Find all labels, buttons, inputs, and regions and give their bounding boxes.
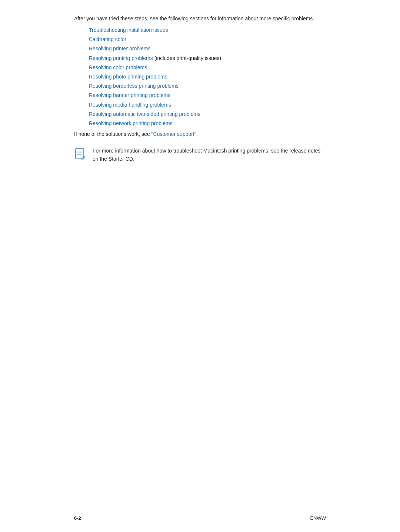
links-list: Troubleshooting installation issuesCalib… — [89, 26, 326, 128]
if-none-suffix: . — [196, 131, 198, 137]
link-resolving-banner[interactable]: Resolving banner printing problems — [89, 91, 326, 100]
link-resolving-network[interactable]: Resolving network printing problems — [89, 119, 326, 128]
link-resolving-automatic[interactable]: Resolving automatic two-sided printing p… — [89, 110, 326, 119]
link-resolving-borderless[interactable]: Resolving borderless printing problems — [89, 81, 326, 91]
link-resolving-printer[interactable]: Resolving printer problems — [89, 44, 326, 53]
link-resolving-photo[interactable]: Resolving photo printing problems — [89, 72, 326, 81]
note-icon — [74, 148, 87, 161]
customer-support-link[interactable]: "Customer support" — [151, 131, 196, 137]
note-text: For more information about how to troubl… — [93, 147, 326, 163]
page-footer: 6-2 ENWW — [74, 515, 326, 521]
intro-paragraph: After you have tried these steps, see th… — [74, 15, 326, 23]
page-content: After you have tried these steps, see th… — [0, 0, 400, 193]
if-none-line: If none of the solutions work, see "Cust… — [74, 130, 326, 138]
link-resolving-color[interactable]: Resolving color problems — [89, 63, 326, 72]
link-resolving-media[interactable]: Resolving media handling problems — [89, 100, 326, 110]
link-calibrating-color[interactable]: Calibrating color — [89, 35, 326, 44]
footer-locale: ENWW — [310, 515, 326, 521]
link-resolving-printing[interactable]: Resolving printing problems (includes pr… — [89, 54, 326, 63]
footer-page-number: 6-2 — [74, 515, 81, 521]
if-none-prefix: If none of the solutions work, see — [74, 131, 151, 137]
link-troubleshooting-installation[interactable]: Troubleshooting installation issues — [89, 26, 326, 35]
note-box: For more information about how to troubl… — [74, 147, 326, 163]
